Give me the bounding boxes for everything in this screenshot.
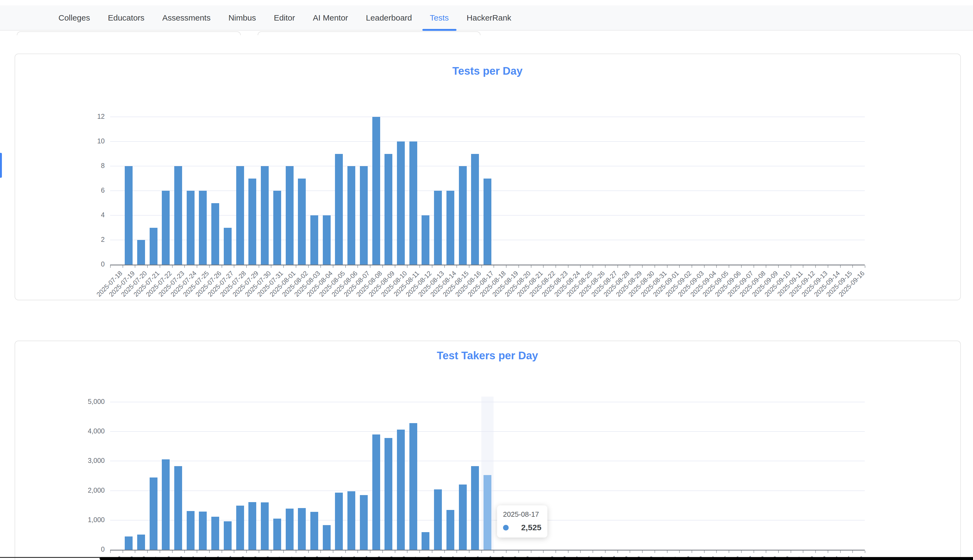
bar-2025-08-13[interactable] [434, 489, 442, 550]
bar-2025-08-10[interactable] [397, 142, 405, 265]
bar-2025-08-08[interactable] [372, 117, 380, 265]
bar-2025-08-16[interactable] [471, 154, 479, 265]
bar-2025-08-01[interactable] [286, 508, 293, 550]
x-axis-tick [320, 265, 321, 268]
bar-2025-07-21[interactable] [150, 477, 157, 550]
bar-2025-08-05[interactable] [335, 493, 343, 550]
x-axis-tick [457, 550, 457, 553]
x-axis-tick [630, 265, 630, 268]
bar-2025-08-08[interactable] [372, 435, 380, 550]
bar-2025-07-20[interactable] [137, 240, 145, 265]
bar-2025-07-29[interactable] [248, 502, 256, 550]
bar-2025-07-23[interactable] [174, 166, 182, 265]
bar-2025-08-12[interactable] [422, 215, 430, 265]
bar-2025-08-14[interactable] [447, 191, 454, 265]
bar-2025-07-26[interactable] [211, 517, 219, 550]
bar-2025-08-15[interactable] [459, 485, 467, 550]
x-axis-tick [840, 550, 841, 553]
tab-colleges[interactable]: Colleges [51, 5, 98, 30]
bar-2025-08-17[interactable] [483, 178, 491, 265]
chart-tooltip: 2025-08-17 2,525 [497, 505, 547, 538]
bar-2025-08-14[interactable] [447, 510, 454, 550]
bar-2025-07-19[interactable] [125, 166, 133, 265]
tab-editor[interactable]: Editor [266, 5, 303, 30]
x-axis-tick [333, 265, 333, 268]
bar-2025-07-21[interactable] [150, 228, 157, 265]
bar-2025-07-27[interactable] [224, 521, 232, 550]
x-axis-tick [852, 550, 853, 553]
bar-2025-08-03[interactable] [310, 512, 318, 550]
bar-2025-08-07[interactable] [360, 166, 368, 265]
x-axis-tick [766, 265, 766, 268]
x-axis-tick [865, 265, 865, 268]
bar-2025-08-05[interactable] [335, 154, 343, 265]
x-axis-tick [630, 550, 630, 553]
bar-2025-08-04[interactable] [323, 215, 331, 265]
bar-2025-08-03[interactable] [310, 215, 318, 265]
bar-2025-08-01[interactable] [286, 166, 293, 265]
bar-2025-07-31[interactable] [273, 191, 281, 265]
bar-2025-08-10[interactable] [397, 430, 405, 550]
bar-2025-08-07[interactable] [360, 495, 368, 550]
bar-2025-07-25[interactable] [199, 512, 207, 550]
bar-2025-07-23[interactable] [174, 466, 182, 550]
bar-2025-07-30[interactable] [261, 502, 269, 550]
bar-2025-07-20[interactable] [137, 535, 145, 550]
vertical-scrollbar-thumb[interactable] [0, 153, 2, 178]
bar-2025-08-06[interactable] [347, 166, 355, 265]
x-axis-tick [580, 550, 581, 553]
bar-2025-08-13[interactable] [434, 191, 442, 265]
bar-2025-07-19[interactable] [125, 537, 133, 550]
bar-2025-08-11[interactable] [409, 142, 417, 265]
bar-2025-07-24[interactable] [187, 511, 195, 550]
bar-2025-07-22[interactable] [162, 459, 170, 550]
y-axis-label: 4 [72, 211, 105, 219]
bar-2025-07-28[interactable] [236, 506, 244, 550]
x-axis-tick [506, 265, 506, 268]
y-axis-label: 4,000 [72, 427, 105, 435]
tab-nimbus[interactable]: Nimbus [221, 5, 263, 30]
tab-educators[interactable]: Educators [100, 5, 152, 30]
bar-2025-08-04[interactable] [323, 525, 331, 550]
bar-2025-08-12[interactable] [422, 532, 430, 550]
bar-2025-07-22[interactable] [162, 191, 170, 265]
tab-bar: CollegesEducatorsAssessmentsNimbusEditor… [0, 5, 973, 30]
bar-2025-07-30[interactable] [261, 166, 269, 265]
horizontal-scrollbar-thumb[interactable] [100, 557, 973, 560]
y-axis-label: 5,000 [72, 398, 105, 405]
bar-2025-08-16[interactable] [471, 466, 479, 550]
tab-ai-mentor[interactable]: AI Mentor [305, 5, 355, 30]
bar-2025-07-25[interactable] [199, 191, 207, 265]
bar-2025-08-09[interactable] [385, 438, 392, 550]
gridline [110, 461, 865, 461]
bar-2025-08-15[interactable] [459, 166, 467, 265]
x-axis-tick [172, 265, 173, 268]
x-axis-tick [778, 550, 779, 553]
bar-2025-08-02[interactable] [298, 508, 306, 550]
bar-2025-08-02[interactable] [298, 178, 306, 265]
x-axis-tick [407, 550, 408, 553]
bar-2025-08-09[interactable] [385, 154, 392, 265]
bar-2025-08-11[interactable] [409, 423, 417, 550]
bar-2025-07-27[interactable] [224, 228, 232, 265]
x-axis-tick [691, 550, 692, 553]
tab-hackerrank[interactable]: HackerRank [459, 5, 519, 30]
bar-2025-07-26[interactable] [211, 203, 219, 265]
bar-2025-08-17[interactable] [483, 475, 491, 550]
bar-2025-07-28[interactable] [236, 166, 244, 265]
x-axis-tick [580, 265, 581, 268]
x-axis-tick [271, 265, 272, 268]
bar-2025-07-31[interactable] [273, 518, 281, 550]
x-axis-tick [420, 265, 420, 268]
x-axis-tick [828, 550, 828, 553]
tab-assessments[interactable]: Assessments [155, 5, 218, 30]
tab-tests[interactable]: Tests [422, 5, 457, 30]
bar-2025-07-29[interactable] [248, 178, 256, 265]
bar-2025-08-06[interactable] [347, 491, 355, 550]
x-axis-tick [493, 265, 494, 268]
x-axis-tick [234, 265, 234, 268]
x-axis-tick [865, 550, 865, 553]
bar-2025-07-24[interactable] [187, 191, 195, 265]
x-axis-tick [457, 265, 457, 268]
tab-leaderboard[interactable]: Leaderboard [358, 5, 420, 30]
